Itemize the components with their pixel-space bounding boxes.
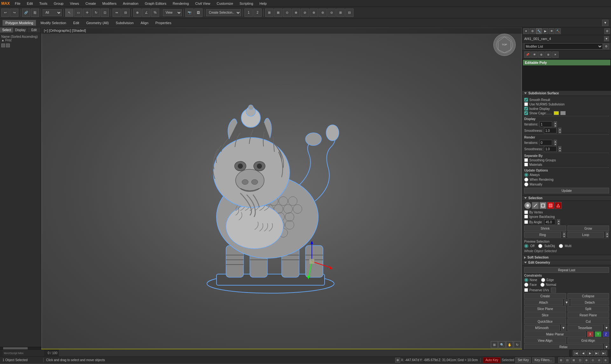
subdivision-surface-header[interactable]: Subdivision Surface: [522, 91, 611, 96]
tb-extra-7[interactable]: ⊜: [319, 9, 327, 17]
viewport[interactable]: [+] [Orthographic] [Shaded] TOP: [41, 27, 522, 349]
materials-checkbox[interactable]: [524, 163, 528, 166]
angle-snaps[interactable]: ∠: [142, 9, 150, 17]
ribbon-close-btn[interactable]: ▼: [602, 20, 608, 26]
render-iter-input[interactable]: [539, 140, 552, 145]
rotate-btn[interactable]: ↻: [92, 9, 100, 17]
menu-scripting[interactable]: Scripting: [238, 1, 254, 6]
panel-icon-hierarchy[interactable]: 🔧: [536, 28, 542, 34]
disp-iter-input[interactable]: [539, 121, 552, 127]
panel-icon-utilities[interactable]: 🔨: [555, 28, 561, 34]
z-axis-btn[interactable]: Z: [603, 331, 609, 337]
x-axis-btn[interactable]: X: [587, 331, 594, 337]
selection-filter-dropdown[interactable]: All: [43, 9, 62, 16]
horizontal-scrollbar[interactable]: [0, 347, 41, 349]
cage-color-swatch[interactable]: [554, 111, 559, 115]
update-btn[interactable]: Update: [524, 188, 609, 193]
cage-color-swatch2[interactable]: [560, 111, 566, 115]
render-iter-spinner[interactable]: ▲ ▼: [554, 140, 557, 145]
make-planar-btn[interactable]: Make Planar: [524, 331, 586, 337]
menu-modifiers[interactable]: Modifiers: [101, 1, 118, 6]
pan-btn[interactable]: ✋: [506, 341, 513, 348]
coord-icon[interactable]: ⊕: [395, 358, 400, 363]
named-sel-1[interactable]: 1: [244, 9, 253, 17]
constraint-normal-radio[interactable]: [540, 283, 545, 287]
isoline-checkbox[interactable]: [524, 107, 528, 111]
go-end-btn[interactable]: ▶|: [601, 350, 607, 356]
move-btn[interactable]: ✛: [83, 9, 91, 17]
preview-multi-radio[interactable]: [559, 244, 563, 248]
edge-mode-icon[interactable]: [532, 202, 539, 209]
named-sel-2[interactable]: 2: [253, 9, 262, 17]
preserve-uvs-settings-btn[interactable]: [551, 287, 556, 293]
redo-btn[interactable]: ↪: [10, 9, 18, 17]
tb-extra-8[interactable]: ⊝: [327, 9, 336, 17]
tb-extra-4[interactable]: ⊗: [292, 9, 300, 17]
orbit-btn[interactable]: ↻: [514, 341, 521, 348]
modifier-list-dropdown[interactable]: Modifier List: [524, 43, 603, 50]
prev-frame-btn[interactable]: ◀: [580, 350, 586, 356]
slice-btn[interactable]: Slice: [524, 312, 566, 318]
ignore-backfacing-checkbox[interactable]: [524, 215, 528, 219]
undo-btn[interactable]: ↩: [1, 9, 10, 17]
scene-tree-icon-1[interactable]: [1, 44, 5, 47]
auto-key-btn[interactable]: Auto Key: [483, 357, 501, 363]
mod-icon-pin[interactable]: 📌: [524, 51, 531, 58]
menu-civil-view[interactable]: Civil View: [194, 1, 211, 6]
tessellate-settings-btn[interactable]: ▼: [604, 325, 609, 331]
menu-edit[interactable]: Edit: [25, 1, 34, 6]
zoom-btn[interactable]: 🔍: [498, 341, 505, 348]
slice-plane-btn[interactable]: Slice Plane: [524, 306, 566, 312]
y-axis-btn[interactable]: Y: [595, 331, 601, 337]
tab-edit[interactable]: Edit: [71, 21, 82, 25]
select-btn[interactable]: ↖: [65, 9, 73, 17]
align-btn[interactable]: ⊟: [121, 9, 130, 17]
preview-off-radio[interactable]: [524, 244, 528, 248]
viewport-dropdown[interactable]: View: [163, 9, 182, 16]
next-frame-btn[interactable]: ▶|: [594, 350, 600, 356]
menu-file[interactable]: File: [14, 1, 22, 6]
create-selection-dropdown[interactable]: Create Selection...: [206, 9, 241, 16]
timeline[interactable]: 0 / 100: [46, 350, 569, 356]
object-expand-btn[interactable]: ▼: [604, 36, 609, 41]
menu-tools[interactable]: Tools: [38, 1, 49, 6]
render-smooth-spinner[interactable]: ▲ ▼: [558, 146, 561, 152]
unlink-btn[interactable]: ⛓: [31, 9, 39, 17]
left-tab-edit[interactable]: Edit: [27, 27, 41, 33]
attach-list-btn[interactable]: ▼: [564, 300, 569, 305]
tab-polygon-modeling[interactable]: Polygon Modeling: [3, 20, 36, 26]
nav-cube-inner[interactable]: TOP: [493, 34, 516, 56]
menu-customize[interactable]: Customize: [216, 1, 235, 6]
detach-btn[interactable]: Detach: [571, 300, 609, 305]
extra-ctrl-6[interactable]: ⊙: [590, 357, 596, 363]
tab-geometry-all[interactable]: Geometry (All): [84, 21, 111, 25]
vertex-mode-icon[interactable]: [524, 202, 531, 209]
left-tab-display[interactable]: Display: [14, 27, 27, 33]
reset-plane-btn[interactable]: Reset Plane: [567, 312, 609, 318]
mod-icon-show-result[interactable]: ⊕: [538, 51, 545, 58]
ring-btn[interactable]: Ring: [524, 232, 561, 238]
constraint-edge-radio[interactable]: [541, 278, 545, 282]
by-angle-checkbox[interactable]: [524, 220, 528, 224]
repeat-last-btn[interactable]: Repeat Last: [524, 267, 609, 273]
collapse-btn[interactable]: Collapse: [567, 293, 609, 299]
smooth-result-checkbox[interactable]: [524, 98, 528, 102]
constraint-face-radio[interactable]: [524, 283, 528, 287]
use-nurms-checkbox[interactable]: [524, 102, 528, 106]
update-manually-radio[interactable]: [524, 182, 528, 186]
msmooth-settings-btn[interactable]: ▼: [561, 325, 566, 331]
play-btn[interactable]: ▶: [587, 350, 593, 356]
extra-ctrl-8[interactable]: ⊛: [603, 357, 608, 363]
select-region-btn[interactable]: ▭: [74, 9, 82, 17]
panel-icon-modify[interactable]: ⚙: [530, 28, 535, 34]
disp-smooth-input[interactable]: [544, 128, 557, 133]
extra-ctrl-4[interactable]: ⊡: [577, 357, 583, 363]
go-start-btn[interactable]: |◀: [573, 350, 579, 356]
menu-rendering[interactable]: Rendering: [171, 1, 190, 6]
panel-icon-display[interactable]: 👁: [549, 28, 554, 34]
navigation-cube[interactable]: TOP: [493, 34, 519, 59]
panel-icon-create[interactable]: ✦: [523, 28, 529, 34]
mirror-btn[interactable]: ⇔: [113, 9, 121, 17]
angle-spinner[interactable]: ▲ ▼: [557, 219, 560, 225]
quickslice-btn[interactable]: QuickSlice: [524, 319, 566, 324]
